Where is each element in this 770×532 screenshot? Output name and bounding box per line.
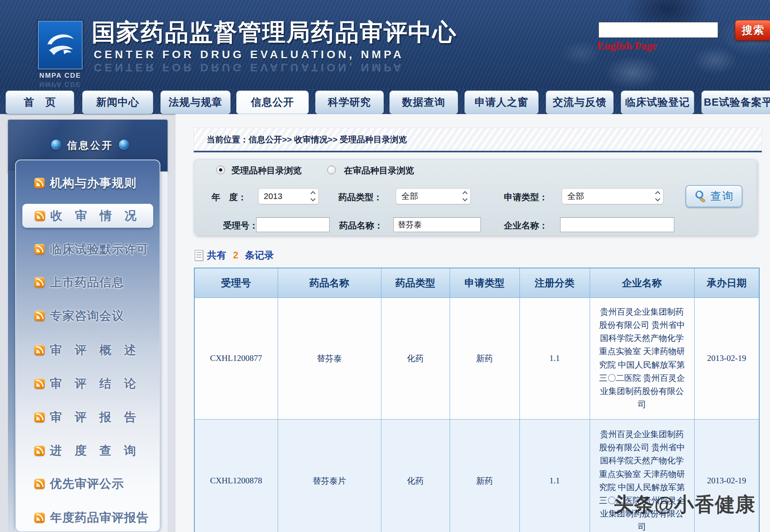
radio-under-review-catalog[interactable] bbox=[327, 166, 336, 174]
sidebar-item-review-report[interactable]: 审 评 报 告 bbox=[16, 405, 160, 429]
cell-reg-class: 1.1 bbox=[519, 298, 590, 419]
select-stepper-icon bbox=[311, 192, 315, 201]
company-name-label: 企业名称： bbox=[504, 220, 548, 232]
acceptance-no-label: 受理号： bbox=[223, 220, 258, 232]
logo-caption: NMPA CDE bbox=[34, 72, 86, 80]
cell-date: 2013-02-19 bbox=[694, 298, 759, 419]
sidebar-left-strip bbox=[8, 171, 15, 532]
sidebar-item-acceptance-review[interactable]: 收 审 情 况 bbox=[22, 204, 153, 228]
rss-icon bbox=[34, 345, 45, 355]
rss-icon bbox=[34, 311, 45, 321]
record-count-suffix: 条记录 bbox=[245, 249, 274, 262]
sidebar-item-expert-consultation[interactable]: 专家咨询会议 bbox=[16, 304, 160, 328]
select-stepper-icon bbox=[656, 192, 659, 201]
drug-name-label: 药品名称： bbox=[339, 220, 383, 232]
radio-accepted-catalog[interactable] bbox=[216, 166, 225, 174]
list-icon bbox=[195, 250, 203, 261]
year-label: 年 度： bbox=[211, 191, 247, 203]
sidebar-title: 信息公开 bbox=[62, 139, 118, 152]
sidebar-item-annual-drug-review-report[interactable]: 年度药品审评报告 bbox=[16, 506, 160, 530]
cell-acceptance-no: CXHL1200878 bbox=[194, 419, 278, 532]
rss-icon bbox=[34, 378, 45, 389]
tab-home[interactable]: 首 页 bbox=[6, 91, 74, 114]
record-count-row: 共有 2 条记录 bbox=[195, 248, 274, 262]
cell-acceptance-no: CXHL1200877 bbox=[194, 298, 278, 419]
rss-icon bbox=[34, 277, 45, 288]
site-title-english-reflection: CENTER FOR DRUG EVALUATION, NMPA bbox=[94, 61, 404, 74]
header-search-input[interactable] bbox=[598, 22, 718, 38]
sidebar-item-priority-review-publicity[interactable]: 优先审评公示 bbox=[16, 472, 160, 496]
rss-icon bbox=[34, 445, 45, 456]
cell-company: 贵州百灵企业集团制药股份有限公司 贵州省中国科学院天然产物化学重点实验室 天津药… bbox=[590, 298, 694, 419]
drug-name-input[interactable] bbox=[393, 217, 481, 232]
sidebar-item-progress-query[interactable]: 进 度 查 询 bbox=[16, 439, 160, 463]
tab-information-disclosure[interactable]: 信息公开 bbox=[236, 91, 309, 114]
site-title-english: CENTER FOR DRUG EVALUATION, NMPA bbox=[94, 48, 404, 61]
sidebar-item-review-conclusion[interactable]: 审 评 结 论 bbox=[16, 372, 160, 396]
drug-type-label: 药品类型： bbox=[338, 191, 382, 203]
tab-news-center[interactable]: 新闻中心 bbox=[82, 91, 153, 114]
radio-accepted-catalog-label[interactable]: 受理品种目录浏览 bbox=[231, 165, 302, 177]
col-date: 承办日期 bbox=[694, 268, 759, 298]
acceptance-no-input[interactable] bbox=[256, 217, 330, 232]
query-button[interactable]: 查询 bbox=[685, 185, 742, 207]
english-page-link[interactable]: English Page bbox=[597, 40, 657, 52]
rss-icon bbox=[34, 479, 45, 489]
tab-regulations[interactable]: 法规与规章 bbox=[160, 91, 231, 114]
header-search-button[interactable]: 搜索 bbox=[735, 20, 770, 41]
cell-apply-type: 新药 bbox=[450, 419, 519, 532]
drug-type-select[interactable]: 全部 bbox=[396, 188, 471, 204]
record-count-prefix: 共有 bbox=[207, 249, 226, 262]
col-company: 企业名称 bbox=[590, 268, 694, 298]
sphere-icon bbox=[51, 140, 61, 150]
cell-apply-type: 新药 bbox=[450, 298, 519, 419]
filter-panel: 受理品种目录浏览 在审品种目录浏览 年 度： 2013 药品类型： 全部 申请类… bbox=[193, 159, 757, 235]
header: NMPA CDE NMPA CDE 国家药品监督管理局药品审评中心 CENTER… bbox=[0, 0, 770, 89]
tab-data-query[interactable]: 数据查询 bbox=[389, 91, 458, 114]
tab-communication-feedback[interactable]: 交流与反馈 bbox=[546, 91, 614, 114]
table-header-row: 受理号 药品名称 药品类型 申请类型 注册分类 企业名称 承办日期 bbox=[194, 268, 759, 298]
cell-drug-name: 替芬泰片 bbox=[278, 419, 381, 532]
col-drug-type: 药品类型 bbox=[381, 268, 450, 298]
breadcrumb: 当前位置：信息公开>> 收审情况>> 受理品种目录浏览 bbox=[193, 128, 762, 152]
record-count-number: 2 bbox=[230, 250, 241, 261]
select-stepper-icon bbox=[463, 192, 467, 201]
tab-be-trial-filing-platform[interactable]: BE试验备案平台 bbox=[701, 91, 770, 114]
sidebar-item-rules[interactable]: 机构与办事规则 bbox=[16, 171, 160, 195]
tab-applicant-window[interactable]: 申请人之窗 bbox=[464, 91, 539, 114]
cell-drug-type: 化药 bbox=[381, 419, 450, 532]
page: NMPA CDE NMPA CDE 国家药品监督管理局药品审评中心 CENTER… bbox=[0, 0, 770, 532]
sidebar-item-review-overview[interactable]: 审 评 概 述 bbox=[16, 338, 160, 362]
rss-icon bbox=[34, 512, 45, 523]
tab-scientific-research[interactable]: 科学研究 bbox=[315, 91, 384, 114]
radio-under-review-catalog-label[interactable]: 在审品种目录浏览 bbox=[344, 165, 414, 177]
cell-drug-name: 替芬泰 bbox=[278, 298, 381, 419]
swoosh-logo-icon bbox=[39, 22, 82, 69]
col-drug-name: 药品名称 bbox=[278, 268, 381, 298]
col-apply-type: 申请类型 bbox=[450, 268, 519, 298]
apply-type-select[interactable]: 全部 bbox=[562, 188, 663, 204]
tab-clinical-trial-registration[interactable]: 临床试验登记 bbox=[621, 91, 694, 114]
rss-icon bbox=[34, 178, 45, 188]
sidebar-item-clinical-trial-implied-license[interactable]: 临床试验默示许可 bbox=[16, 237, 160, 261]
rss-icon bbox=[34, 244, 45, 254]
apply-type-label: 申请类型： bbox=[504, 191, 548, 203]
cell-reg-class: 1.1 bbox=[519, 419, 590, 532]
nmpa-cde-logo bbox=[38, 21, 83, 69]
year-select[interactable]: 2013 bbox=[258, 188, 319, 204]
search-icon bbox=[694, 189, 707, 203]
col-reg-class: 注册分类 bbox=[519, 268, 590, 298]
logo-caption-reflection: NMPA CDE bbox=[34, 80, 86, 88]
cell-drug-type: 化药 bbox=[381, 298, 450, 419]
company-name-input[interactable] bbox=[560, 217, 674, 232]
table-row: CXHL1200877 替芬泰 化药 新药 1.1 贵州百灵企业集团制药股份有限… bbox=[194, 298, 759, 419]
sidebar-menu: 机构与办事规则 收 审 情 况 临床试验默示许可 上市药品信息 专家咨询会议 审… bbox=[15, 160, 160, 532]
rss-icon bbox=[35, 211, 45, 221]
col-acceptance-no: 受理号 bbox=[194, 268, 278, 298]
sidebar-item-marketed-drug-info[interactable]: 上市药品信息 bbox=[16, 270, 160, 294]
main-nav-tabbar: 首 页 新闻中心 法规与规章 信息公开 科学研究 数据查询 申请人之窗 交流与反… bbox=[0, 89, 770, 114]
site-title-chinese: 国家药品监督管理局药品审评中心 bbox=[92, 17, 457, 49]
watermark: 头条@小香健康 bbox=[614, 491, 756, 518]
sphere-icon bbox=[119, 140, 129, 150]
rss-icon bbox=[34, 412, 45, 422]
